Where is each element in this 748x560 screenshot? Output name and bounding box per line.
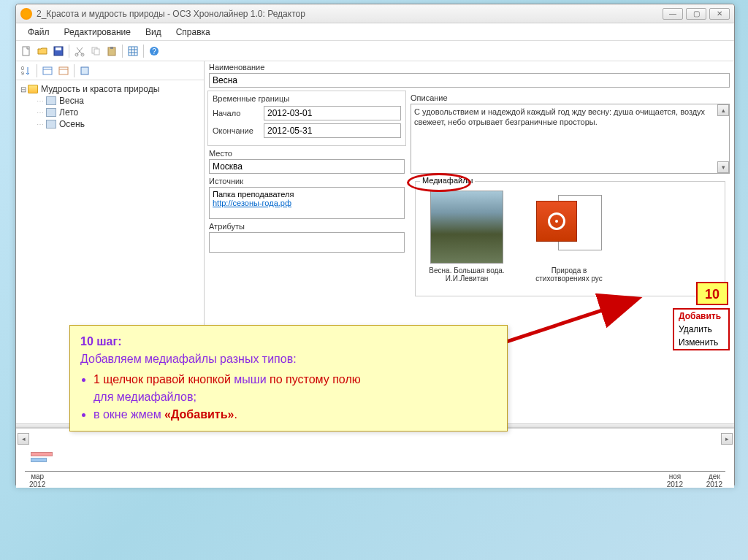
desc-label: Описание xyxy=(411,93,448,102)
tree-item-label: Осень xyxy=(59,119,85,129)
timeline-scroll-right-icon[interactable]: ▸ xyxy=(721,433,733,445)
tree-btn2-icon[interactable] xyxy=(56,64,71,78)
time-label: Временные границы xyxy=(213,94,401,103)
image-thumbnail xyxy=(430,191,503,264)
separator xyxy=(37,64,37,77)
window-title: 2_Красота и мудрость природы - ОСЗ Хроно… xyxy=(37,9,663,19)
svg-rect-6 xyxy=(94,49,99,55)
attr-label: Атрибуты xyxy=(209,222,405,231)
media-fieldset[interactable]: Медиафайлы Весна. Большая вода. И.И.Леви… xyxy=(415,181,725,296)
svg-rect-0 xyxy=(23,47,29,55)
source-label: Источник xyxy=(209,177,405,185)
new-icon[interactable] xyxy=(19,44,34,58)
grid-icon[interactable] xyxy=(126,44,140,58)
scroll-down-icon[interactable]: ▾ xyxy=(717,161,729,173)
svg-rect-14 xyxy=(43,67,52,74)
source-link[interactable]: http://сезоны-года.рф xyxy=(213,199,291,207)
start-label: Начало xyxy=(213,109,264,118)
help-icon[interactable]: ? xyxy=(147,44,161,58)
ppt-thumbnail xyxy=(536,191,602,264)
callout-bullet: 1 щелчок правой кнопкой мыши по пустому … xyxy=(94,371,497,406)
open-icon[interactable] xyxy=(35,44,50,58)
context-delete[interactable]: Удалить xyxy=(674,323,728,336)
instruction-callout: 10 шаг: Добавляем медиафайлы разных типо… xyxy=(69,325,508,431)
svg-rect-2 xyxy=(56,47,61,50)
annotation-circle xyxy=(407,173,471,192)
end-input[interactable] xyxy=(264,123,401,138)
maximize-button[interactable]: ▢ xyxy=(686,8,706,20)
folder-icon xyxy=(28,85,38,93)
media-item-ppt[interactable]: Природа в стихотворениях рус xyxy=(525,191,613,283)
desc-content: С удовольствием и надеждой каждый год жд… xyxy=(414,107,705,126)
media-items: Весна. Большая вода. И.И.Левитан Природа… xyxy=(416,182,725,291)
tree-item-label: Весна xyxy=(59,96,84,106)
menu-view[interactable]: Вид xyxy=(138,26,169,39)
end-label: Окончание xyxy=(213,126,264,135)
cut-icon[interactable] xyxy=(72,44,87,58)
tree-btn3-icon[interactable] xyxy=(77,64,92,78)
svg-text:0: 0 xyxy=(21,66,24,71)
source-box[interactable]: Папка преподавателя http://сезоны-года.р… xyxy=(209,187,405,219)
source-text: Папка преподавателя xyxy=(213,190,294,199)
tree-root[interactable]: ⊟ Мудрость и красота природы xyxy=(19,83,201,95)
close-button[interactable]: ✕ xyxy=(709,8,730,20)
separator xyxy=(74,64,75,77)
callout-line: Добавляем медиафайлы разных типов: xyxy=(80,353,297,365)
copy-icon[interactable] xyxy=(88,44,103,58)
item-icon xyxy=(46,96,56,105)
tree-item-osen[interactable]: ⋯ Осень xyxy=(19,118,201,130)
timeline-axis xyxy=(25,471,725,472)
tree-root-label: Мудрость и красота природы xyxy=(41,84,159,94)
callout-title: 10 шаг: xyxy=(80,335,121,348)
separator xyxy=(69,45,69,58)
start-input[interactable] xyxy=(264,106,401,120)
collapse-icon[interactable]: ⊟ xyxy=(19,85,28,93)
desc-textarea[interactable]: С удовольствием и надеждой каждый год жд… xyxy=(411,104,730,174)
name-input[interactable] xyxy=(209,73,730,88)
scroll-up-icon[interactable]: ▴ xyxy=(717,104,729,116)
attr-box[interactable] xyxy=(209,232,405,253)
tree-connector: ⋯ xyxy=(37,120,43,129)
menu-edit[interactable]: Редактирование xyxy=(57,26,138,39)
timeline-tick: дек2012 xyxy=(706,472,722,488)
svg-text:?: ? xyxy=(152,47,156,55)
save-icon[interactable] xyxy=(51,44,66,58)
name-label: Наименование xyxy=(209,63,730,72)
context-add[interactable]: Добавить xyxy=(674,310,728,323)
tree-toolbar: 09 xyxy=(16,61,204,80)
menubar: Файл Редактирование Вид Справка xyxy=(16,23,734,41)
timeline-bar[interactable] xyxy=(31,458,47,462)
svg-rect-15 xyxy=(59,67,68,74)
app-icon xyxy=(20,8,32,20)
window-buttons: — ▢ ✕ xyxy=(663,8,730,20)
context-edit[interactable]: Изменить xyxy=(674,336,728,349)
sort-icon[interactable]: 09 xyxy=(19,64,34,78)
menu-help[interactable]: Справка xyxy=(169,26,218,39)
separator xyxy=(143,45,144,58)
paste-icon[interactable] xyxy=(104,44,119,58)
svg-rect-16 xyxy=(81,67,88,74)
context-menu: 10 Добавить Удалить Изменить xyxy=(673,308,730,350)
tree-connector: ⋯ xyxy=(37,97,43,105)
timeline-tick: мар2012 xyxy=(29,472,45,488)
separator xyxy=(122,45,123,58)
time-fieldset: Временные границы Начало Окончание xyxy=(207,91,406,146)
minimize-button[interactable]: — xyxy=(663,8,683,20)
media-item-image[interactable]: Весна. Большая вода. И.И.Левитан xyxy=(423,191,511,283)
svg-rect-9 xyxy=(129,47,137,55)
svg-text:9: 9 xyxy=(21,71,24,76)
tree-item-leto[interactable]: ⋯ Лето xyxy=(19,107,201,118)
timeline-scroll-left-icon[interactable]: ◂ xyxy=(18,433,29,445)
tree-connector: ⋯ xyxy=(37,109,43,117)
media-caption: Природа в стихотворениях рус xyxy=(535,266,603,283)
menu-file[interactable]: Файл xyxy=(20,26,57,39)
place-input[interactable] xyxy=(209,159,405,174)
step-badge: 10 xyxy=(696,282,728,305)
timeline-panel[interactable]: ◂ ▸ мар2012 ноя2012 дек2012 xyxy=(16,428,734,488)
tree-btn1-icon[interactable] xyxy=(40,64,55,78)
timeline-bar[interactable] xyxy=(31,452,53,456)
place-label: Место xyxy=(209,149,405,158)
titlebar: 2_Красота и мудрость природы - ОСЗ Хроно… xyxy=(16,4,734,23)
item-icon xyxy=(46,120,56,129)
tree-item-vesna[interactable]: ⋯ Весна xyxy=(19,95,201,107)
